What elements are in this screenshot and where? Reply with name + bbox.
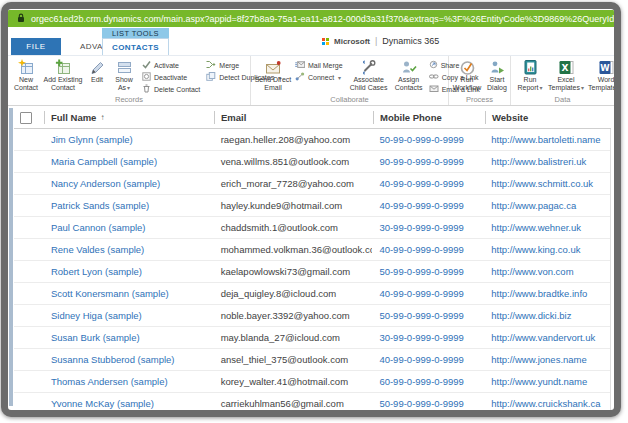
contact-name-link[interactable]: Jim Glynn (sample) <box>44 129 214 150</box>
table-row[interactable]: Maria Campbell (sample) vena.willms.851@… <box>14 151 610 173</box>
contact-website-link[interactable]: http://www.pagac.ca <box>484 195 610 216</box>
contact-name-link[interactable]: Patrick Sands (sample) <box>44 195 214 216</box>
column-header-mobile-phone[interactable]: Mobile Phone <box>373 107 485 128</box>
contact-name-link[interactable]: Maria Campbell (sample) <box>44 151 214 172</box>
add-existing-contact-button[interactable]: Add Existing Contact <box>41 57 85 92</box>
table-row[interactable]: Scott Konersmann (sample) deja_quigley.8… <box>14 283 610 305</box>
contact-phone-link[interactable]: 90-99-0-999-0-9999 <box>372 151 484 172</box>
microsoft-logo-icon <box>322 38 329 45</box>
table-row[interactable]: Paul Cannon (sample) chaddsmith.1@outloo… <box>14 217 610 239</box>
activate-button[interactable]: Activate <box>139 59 203 71</box>
table-row[interactable]: Robert Lyon (sample) kaelapowlowski73@gm… <box>14 261 610 283</box>
contact-name-link[interactable]: Thomas Andersen (sample) <box>44 371 214 392</box>
command-ribbon: New Contact Add Existing Contact Edit <box>8 55 614 106</box>
table-row[interactable]: Sidney Higa (sample) noble.bayer.3392@ya… <box>14 305 610 327</box>
contact-name-link[interactable]: Nancy Anderson (sample) <box>44 173 214 194</box>
tab-file[interactable]: FILE <box>11 38 61 55</box>
contact-website-link[interactable]: http://www.von.com <box>484 261 610 282</box>
contact-website-link[interactable]: http://www.bradtke.info <box>484 283 610 304</box>
assign-contacts-icon <box>400 58 417 76</box>
column-header-email[interactable]: Email <box>214 107 373 128</box>
table-row[interactable]: Rene Valdes (sample) mohammed.volkman.36… <box>14 239 610 261</box>
run-report-button[interactable]: Run Report▾ <box>514 57 546 92</box>
table-row[interactable]: Susan Burk (sample) may.blanda_27@icloud… <box>14 327 610 349</box>
contact-email: chaddsmith.1@outlook.com <box>214 217 373 238</box>
column-header-full-name[interactable]: Full Name ↑ <box>44 107 214 128</box>
chevron-down-icon: ▾ <box>338 74 341 81</box>
contact-phone-link[interactable]: 40-99-0-999-0-9999 <box>372 349 484 370</box>
chevron-down-icon: ▾ <box>540 85 543 91</box>
contact-website-link[interactable]: http://www.vandervort.uk <box>484 327 610 348</box>
deactivate-button[interactable]: Deactivate <box>139 71 203 83</box>
contact-name-link[interactable]: Scott Konersmann (sample) <box>44 283 214 304</box>
contact-website-link[interactable]: http://www.yundt.name <box>484 371 610 392</box>
contact-name-link[interactable]: Rene Valdes (sample) <box>44 239 214 260</box>
table-row[interactable]: Thomas Andersen (sample) korey_walter.41… <box>14 371 610 393</box>
contact-phone-link[interactable]: 30-99-0-999-0-9999 <box>372 217 484 238</box>
excel-templates-button[interactable]: X Excel Templates▾ <box>546 57 586 92</box>
contact-name-link[interactable]: Sidney Higa (sample) <box>44 305 214 326</box>
start-dialog-button[interactable]: Start Dialog <box>482 57 512 92</box>
contact-name-link[interactable]: Robert Lyon (sample) <box>44 261 214 282</box>
associate-child-cases-button[interactable]: Associate Child Cases <box>346 57 392 92</box>
svg-text:W: W <box>600 63 610 73</box>
activate-icon <box>142 60 151 70</box>
word-templates-button[interactable]: W Word Templates▾ <box>586 57 614 92</box>
contact-phone-link[interactable]: 60-99-0-999-0-9999 <box>372 371 484 392</box>
email-link-icon <box>429 84 439 94</box>
contact-website-link[interactable]: http://www.jones.name <box>484 349 610 370</box>
contact-website-link[interactable]: http://www.schmitt.co.uk <box>484 173 610 194</box>
contact-name-link[interactable]: Yvonne McKay (sample) <box>44 393 214 414</box>
contact-phone-link[interactable]: 50-99-0-999-0-9999 <box>372 393 484 414</box>
column-header-website[interactable]: Website <box>485 107 611 128</box>
send-direct-email-button[interactable]: Send Direct Email <box>254 57 292 92</box>
select-all-checkbox[interactable] <box>20 112 32 124</box>
edit-button[interactable]: Edit <box>85 57 109 84</box>
run-workflow-button[interactable]: Run Workflow <box>452 57 482 92</box>
collaborate-small-buttons-1: Mail Merge Connect ▾ <box>292 57 346 83</box>
contact-website-link[interactable]: http://www.dicki.biz <box>484 305 610 326</box>
contact-email: raegan.heller.208@yahoo.com <box>214 129 373 150</box>
table-row[interactable]: Jim Glynn (sample) raegan.heller.208@yah… <box>14 129 610 151</box>
assign-contacts-button[interactable]: Assign Contacts <box>392 57 426 92</box>
ribbon-group-collaborate: Send Direct Email Mail Merge Connect ▾ <box>251 56 449 105</box>
connect-icon <box>295 72 305 82</box>
add-existing-contact-icon <box>55 58 72 76</box>
copy-link-icon <box>429 72 439 82</box>
contact-website-link[interactable]: http://www.king.co.uk <box>484 239 610 260</box>
contact-name-link[interactable]: Susan Burk (sample) <box>44 327 214 348</box>
contact-website-link[interactable]: http://www.bartoletti.name <box>484 129 610 150</box>
table-row[interactable]: Susanna Stubberod (sample) ansel_thiel_3… <box>14 349 610 371</box>
contact-email: ansel_thiel_375@outlook.com <box>214 349 373 370</box>
show-as-button[interactable]: Show As▾ <box>109 57 139 92</box>
show-as-icon <box>116 58 133 76</box>
mail-merge-button[interactable]: Mail Merge <box>292 59 346 71</box>
contact-email: vena.willms.851@outlook.com <box>214 151 373 172</box>
contact-phone-link[interactable]: 40-99-0-999-0-9999 <box>372 239 484 260</box>
table-row[interactable]: Yvonne McKay (sample) carriekuhlman56@gm… <box>14 393 610 415</box>
browser-address-bar[interactable]: orgec61ed2b.crm.dynamics.com/main.aspx?a… <box>8 10 614 27</box>
contact-website-link[interactable]: http://www.wehner.uk <box>484 217 610 238</box>
contact-phone-link[interactable]: 50-99-0-999-0-9999 <box>372 129 484 150</box>
svg-text:X: X <box>561 63 568 73</box>
connect-button[interactable]: Connect ▾ <box>292 71 346 83</box>
contact-phone-link[interactable]: 40-99-0-999-0-9999 <box>372 283 484 304</box>
contact-phone-link[interactable]: 50-99-0-999-0-9999 <box>372 305 484 326</box>
contact-phone-link[interactable]: 50-99-0-999-0-9999 <box>372 261 484 282</box>
ribbon-tab-band: FILE ADVANCED FIND LIST TOOLS CONTACTS M… <box>8 27 614 55</box>
contact-phone-link[interactable]: 30-99-0-999-0-9999 <box>372 327 484 348</box>
start-dialog-icon <box>489 58 506 76</box>
contact-website-link[interactable]: http://www.balistreri.uk <box>484 151 610 172</box>
contact-website-link[interactable]: http://www.cruickshank.ca <box>484 393 610 414</box>
contact-name-link[interactable]: Susanna Stubberod (sample) <box>44 349 214 370</box>
tab-contacts[interactable]: CONTACTS <box>102 38 169 55</box>
contact-phone-link[interactable]: 40-99-0-999-0-9999 <box>372 195 484 216</box>
delete-contact-button[interactable]: Delete Contact <box>139 83 203 95</box>
share-icon <box>429 60 438 70</box>
contact-phone-link[interactable]: 40-99-0-999-0-9999 <box>372 173 484 194</box>
contact-name-link[interactable]: Paul Cannon (sample) <box>44 217 214 238</box>
contact-email: kaelapowlowski73@gmail.com <box>214 261 373 282</box>
table-row[interactable]: Patrick Sands (sample) hayley.kunde9@hot… <box>14 195 610 217</box>
table-row[interactable]: Nancy Anderson (sample) erich_morar_7728… <box>14 173 610 195</box>
new-contact-button[interactable]: New Contact <box>11 57 41 92</box>
